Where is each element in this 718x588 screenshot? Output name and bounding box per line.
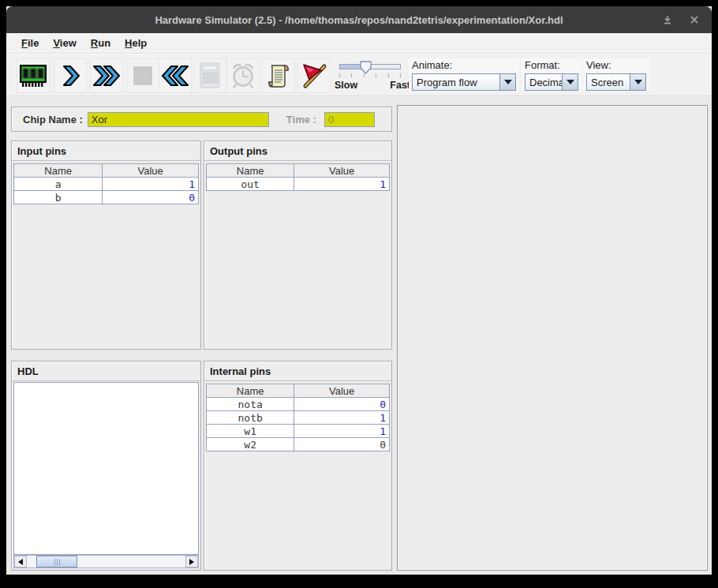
column-header-name: Name — [14, 164, 103, 178]
view-dropdown[interactable]: Screen — [586, 73, 646, 91]
single-step-button[interactable] — [54, 58, 87, 93]
animate-dropdown[interactable]: Program flow — [412, 73, 516, 91]
pin-name: w1 — [207, 425, 294, 438]
load-script-button[interactable] — [262, 58, 295, 93]
toolbar: Slow Fast Animate: Program flow Format: … — [6, 54, 712, 96]
single-step-icon — [58, 64, 82, 88]
chip-name-label: Chip Name : — [23, 114, 83, 125]
internal-pins-panel: Internal pins Name Value nota 0 notb — [204, 361, 392, 571]
output-pins-table: Name Value out 1 — [206, 163, 390, 191]
scrollbar-track[interactable] — [27, 556, 185, 567]
pin-row[interactable]: a 1 — [14, 178, 199, 191]
triangle-right-icon — [189, 559, 194, 565]
pin-value: 1 — [294, 178, 390, 191]
column-header-value: Value — [294, 384, 390, 398]
load-chip-button[interactable] — [17, 58, 50, 93]
pin-name: notb — [207, 411, 294, 425]
time-field: 0 — [324, 112, 375, 127]
internal-pins-table: Name Value nota 0 notb 1 w1 — [206, 384, 390, 451]
chevron-down-icon[interactable] — [562, 74, 578, 90]
pin-name: a — [14, 178, 103, 191]
menu-item[interactable]: Help — [118, 34, 154, 52]
menu-item[interactable]: File — [14, 34, 46, 52]
reset-button[interactable] — [159, 58, 192, 93]
slider-fast-label: Fast — [390, 80, 410, 91]
pin-row[interactable]: notb 1 — [207, 411, 390, 425]
column-header-value: Value — [103, 164, 199, 178]
run-button[interactable] — [90, 58, 123, 93]
pin-name: w2 — [207, 438, 294, 451]
hdl-horizontal-scrollbar[interactable] — [13, 555, 199, 568]
input-pins-panel: Input pins Name Value a 1 b 0 — [11, 140, 201, 350]
menu-item[interactable]: View — [46, 34, 83, 52]
chevron-down-icon[interactable] — [499, 74, 515, 90]
animate-group: Animate: Program flow — [409, 58, 519, 92]
window-controls — [661, 6, 701, 33]
slider-slow-label: Slow — [335, 80, 357, 91]
hdl-panel: HDL — [11, 361, 201, 571]
column-header-name: Name — [207, 164, 294, 178]
output-pins-title: Output pins — [204, 141, 391, 161]
view-value: Screen — [587, 74, 630, 90]
pin-value: 0 — [294, 398, 390, 411]
close-icon — [690, 15, 699, 24]
minimize-button[interactable] — [661, 13, 674, 26]
format-dropdown[interactable]: Decimal — [525, 73, 578, 91]
hdl-title: HDL — [12, 361, 200, 381]
pin-value[interactable]: 0 — [103, 191, 199, 204]
format-label: Format: — [525, 59, 578, 73]
window-title: Hardware Simulator (2.5) - /home/thomas/… — [6, 14, 712, 26]
scroll-right-button[interactable] — [185, 556, 198, 567]
menu-item[interactable]: Run — [84, 34, 118, 52]
column-header-name: Name — [207, 384, 294, 398]
chevron-down-icon[interactable] — [630, 74, 645, 90]
app-window: Hardware Simulator (2.5) - /home/thomas/… — [6, 6, 712, 575]
pin-value[interactable]: 1 — [103, 178, 199, 191]
animate-label: Animate: — [412, 59, 516, 73]
chip-name-bar: Chip Name : Xor Time : 0 — [11, 107, 392, 132]
clock-icon — [229, 62, 257, 90]
chip-name-field[interactable]: Xor — [88, 112, 269, 127]
output-pins-panel: Output pins Name Value out 1 — [204, 140, 392, 350]
pin-row[interactable]: nota 0 — [207, 398, 390, 411]
format-group: Format: Decimal — [522, 58, 582, 92]
close-button[interactable] — [688, 13, 701, 26]
chip-icon — [19, 63, 47, 88]
internal-pins-title: Internal pins — [204, 361, 391, 381]
breakpoint-flag-icon — [300, 62, 328, 90]
titlebar[interactable]: Hardware Simulator (2.5) - /home/thomas/… — [6, 6, 712, 33]
view-label: View: — [586, 59, 646, 73]
pin-value: 1 — [294, 411, 390, 425]
pin-row[interactable]: w1 1 — [207, 425, 390, 438]
pin-value: 0 — [294, 438, 390, 451]
calculator-button — [193, 58, 226, 93]
time-label: Time : — [286, 114, 316, 125]
input-pins-title: Input pins — [12, 141, 200, 161]
format-value: Decimal — [525, 74, 562, 90]
menubar: FileViewRunHelp — [6, 33, 712, 54]
script-icon — [265, 62, 292, 89]
stop-button — [126, 58, 159, 93]
stop-icon — [133, 66, 152, 85]
pin-row[interactable]: w2 0 — [207, 438, 390, 451]
view-group: View: Screen — [583, 58, 649, 92]
speed-slider-group: Slow Fast — [335, 59, 412, 94]
pin-name: b — [14, 191, 103, 204]
pin-row[interactable]: out 1 — [207, 178, 390, 191]
animate-value: Program flow — [413, 74, 499, 90]
minimize-icon — [662, 14, 673, 25]
run-icon — [92, 64, 122, 88]
pin-name: out — [207, 178, 294, 191]
reset-icon — [160, 64, 190, 88]
hdl-code-editor[interactable] — [13, 382, 199, 555]
scroll-left-button[interactable] — [14, 556, 27, 567]
screen-view-panel — [397, 105, 708, 571]
pin-row[interactable]: b 0 — [14, 191, 199, 204]
clock-button — [226, 58, 260, 93]
pin-value: 1 — [294, 425, 390, 438]
scrollbar-thumb[interactable] — [36, 556, 77, 567]
breakpoints-button[interactable] — [297, 58, 331, 93]
calculator-icon — [197, 62, 223, 90]
speed-slider-ticks — [339, 73, 401, 77]
column-header-value: Value — [294, 164, 390, 178]
